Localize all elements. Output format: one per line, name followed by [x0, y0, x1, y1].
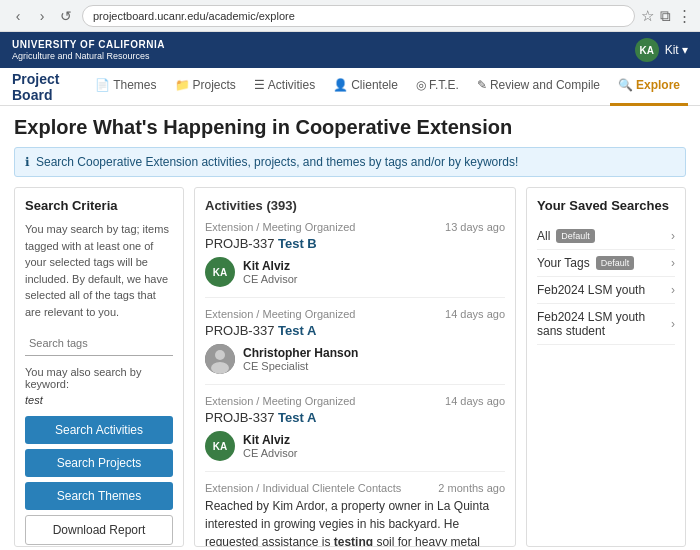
- page-title: Explore What's Happening in Cooperative …: [14, 116, 686, 139]
- saved-search-item-all[interactable]: All Default ›: [537, 223, 675, 250]
- avatar: KA: [635, 38, 659, 62]
- fte-icon: ◎: [416, 78, 426, 92]
- nav-item-projects[interactable]: 📁 Projects: [167, 68, 244, 106]
- keyword-label: You may also search by keyword:: [25, 366, 173, 390]
- activity-item: Extension / Meeting Organized 14 days ag…: [205, 395, 505, 472]
- default-badge: Default: [596, 256, 635, 270]
- nav-label-fte: F.T.E.: [429, 78, 459, 92]
- saved-item-label: Feb2024 LSM youth sans student: [537, 310, 671, 338]
- nav-brand[interactable]: Project Board: [12, 71, 69, 103]
- chevron-right-icon: ›: [671, 317, 675, 331]
- svg-point-2: [211, 362, 229, 374]
- uc-logo: UNIVERSITY OF CALIFORNIA Agriculture and…: [12, 39, 165, 62]
- saved-search-item-tags[interactable]: Your Tags Default ›: [537, 250, 675, 277]
- svg-point-1: [215, 350, 225, 360]
- chevron-right-icon: ›: [671, 256, 675, 270]
- person-avatar: [205, 344, 235, 374]
- person-name: Kit Alviz: [243, 259, 297, 273]
- nav-item-review[interactable]: ✎ Review and Compile: [469, 68, 608, 106]
- saved-item-row: All Default: [537, 229, 595, 243]
- back-button[interactable]: ‹: [8, 6, 28, 26]
- bookmark-icon[interactable]: ☆: [641, 7, 654, 25]
- explore-icon: 🔍: [618, 78, 633, 92]
- saved-search-item-feb2024-youth-sans[interactable]: Feb2024 LSM youth sans student ›: [537, 304, 675, 345]
- nav-label-themes: Themes: [113, 78, 156, 92]
- info-icon: ℹ: [25, 155, 30, 169]
- activity-title: PROJB-337 Test B: [205, 236, 505, 251]
- uc-header: UNIVERSITY OF CALIFORNIA Agriculture and…: [0, 32, 700, 68]
- activity-person: KA Kit Alviz CE Advisor: [205, 431, 505, 461]
- uc-user[interactable]: KA Kit ▾: [635, 38, 688, 62]
- person-name: Kit Alviz: [243, 433, 297, 447]
- search-tags-input[interactable]: [25, 330, 173, 356]
- nav-item-activities[interactable]: ☰ Activities: [246, 68, 323, 106]
- themes-icon: 📄: [95, 78, 110, 92]
- saved-item-label: All: [537, 229, 550, 243]
- keyword-value: test: [25, 394, 173, 406]
- nav-label-clientele: Clientele: [351, 78, 398, 92]
- clientele-icon: 👤: [333, 78, 348, 92]
- url-bar[interactable]: projectboard.ucanr.edu/academic/explore: [82, 5, 635, 27]
- default-badge: Default: [556, 229, 595, 243]
- activity-title: PROJB-337 Test A: [205, 323, 505, 338]
- middle-panel: Activities (393) Extension / Meeting Org…: [194, 187, 516, 547]
- user-name: Kit ▾: [665, 43, 688, 57]
- activity-type: Extension / Individual Clientele Contact…: [205, 482, 401, 494]
- activity-item: Extension / Individual Clientele Contact…: [205, 482, 505, 547]
- person-role: CE Advisor: [243, 273, 297, 285]
- reload-button[interactable]: ↺: [56, 6, 76, 26]
- activity-title: PROJB-337 Test A: [205, 410, 505, 425]
- nav-item-explore[interactable]: 🔍 Explore: [610, 68, 688, 106]
- uc-logo-main: UNIVERSITY OF CALIFORNIA: [12, 39, 165, 51]
- left-panel: Search Criteria You may search by tag; i…: [14, 187, 184, 547]
- saved-item-row: Your Tags Default: [537, 256, 634, 270]
- menu-icon[interactable]: ⋮: [677, 7, 692, 25]
- activity-person: Christopher Hanson CE Specialist: [205, 344, 505, 374]
- activity-meta: Extension / Meeting Organized 13 days ag…: [205, 221, 505, 233]
- activity-meta: Extension / Meeting Organized 14 days ag…: [205, 395, 505, 407]
- saved-search-item-feb2024-youth[interactable]: Feb2024 LSM youth ›: [537, 277, 675, 304]
- person-info: Christopher Hanson CE Specialist: [243, 346, 358, 372]
- download-report-button[interactable]: Download Report: [25, 515, 173, 545]
- activity-time: 14 days ago: [445, 308, 505, 320]
- activities-icon: ☰: [254, 78, 265, 92]
- info-banner: ℹ Search Cooperative Extension activitie…: [14, 147, 686, 177]
- nav-bar: Project Board 📄 Themes 📁 Projects ☰ Acti…: [0, 68, 700, 106]
- activity-snippet: Reached by Kim Ardor, a property owner i…: [205, 497, 505, 547]
- person-info: Kit Alviz CE Advisor: [243, 259, 297, 285]
- chevron-right-icon: ›: [671, 229, 675, 243]
- window-icon[interactable]: ⧉: [660, 7, 671, 25]
- search-criteria-description: You may search by tag; items tagged with…: [25, 221, 173, 320]
- saved-searches-title: Your Saved Searches: [537, 198, 675, 213]
- chevron-right-icon: ›: [671, 283, 675, 297]
- activity-type: Extension / Meeting Organized: [205, 221, 355, 233]
- activity-type: Extension / Meeting Organized: [205, 395, 355, 407]
- person-name: Christopher Hanson: [243, 346, 358, 360]
- forward-button[interactable]: ›: [32, 6, 52, 26]
- main-content: Explore What's Happening in Cooperative …: [0, 106, 700, 550]
- search-activities-button[interactable]: Search Activities: [25, 416, 173, 444]
- nav-buttons[interactable]: ‹ › ↺: [8, 6, 76, 26]
- activity-type: Extension / Meeting Organized: [205, 308, 355, 320]
- activity-meta: Extension / Meeting Organized 14 days ag…: [205, 308, 505, 320]
- review-icon: ✎: [477, 78, 487, 92]
- nav-item-clientele[interactable]: 👤 Clientele: [325, 68, 406, 106]
- three-column-layout: Search Criteria You may search by tag; i…: [14, 187, 686, 547]
- nav-label-explore: Explore: [636, 78, 680, 92]
- nav-item-themes[interactable]: 📄 Themes: [87, 68, 164, 106]
- search-themes-button[interactable]: Search Themes: [25, 482, 173, 510]
- banner-text: Search Cooperative Extension activities,…: [36, 155, 518, 169]
- url-text: projectboard.ucanr.edu/academic/explore: [93, 10, 295, 22]
- nav-item-fte[interactable]: ◎ F.T.E.: [408, 68, 467, 106]
- search-criteria-title: Search Criteria: [25, 198, 173, 213]
- activity-meta: Extension / Individual Clientele Contact…: [205, 482, 505, 494]
- activity-time: 2 months ago: [438, 482, 505, 494]
- activities-header: Activities (393): [205, 198, 505, 213]
- search-projects-button[interactable]: Search Projects: [25, 449, 173, 477]
- person-role: CE Specialist: [243, 360, 358, 372]
- person-avatar: KA: [205, 431, 235, 461]
- person-role: CE Advisor: [243, 447, 297, 459]
- person-avatar: KA: [205, 257, 235, 287]
- projects-icon: 📁: [175, 78, 190, 92]
- activity-item: Extension / Meeting Organized 14 days ag…: [205, 308, 505, 385]
